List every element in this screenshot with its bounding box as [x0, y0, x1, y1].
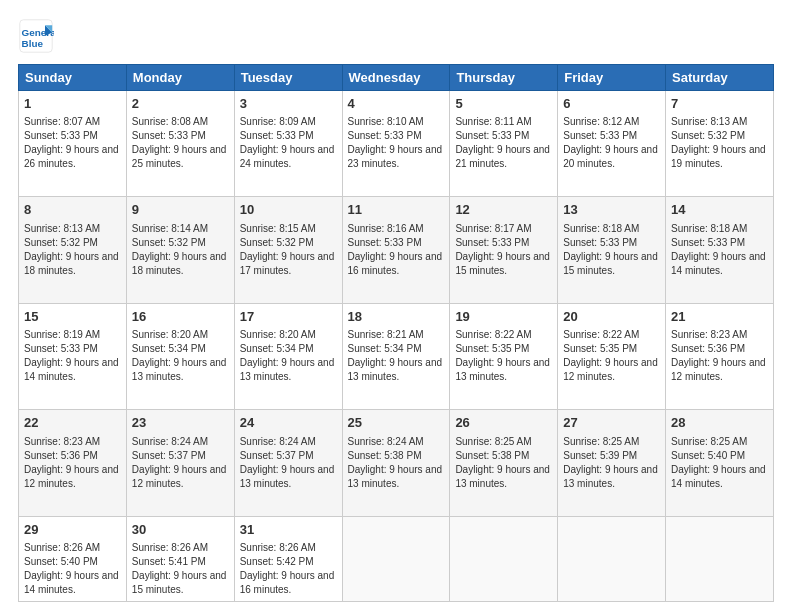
sunset: Sunset: 5:34 PM: [240, 343, 314, 354]
sunset: Sunset: 5:38 PM: [348, 450, 422, 461]
daylight: Daylight: 9 hours and 21 minutes.: [455, 144, 550, 169]
sunrise: Sunrise: 8:23 AM: [671, 329, 747, 340]
calendar-cell: 21 Sunrise: 8:23 AM Sunset: 5:36 PM Dayl…: [666, 303, 774, 409]
day-header-saturday: Saturday: [666, 65, 774, 91]
daylight: Daylight: 9 hours and 13 minutes.: [455, 357, 550, 382]
daylight: Daylight: 9 hours and 13 minutes.: [132, 357, 227, 382]
day-number: 1: [24, 95, 121, 113]
daylight: Daylight: 9 hours and 19 minutes.: [671, 144, 766, 169]
header: General Blue: [18, 18, 774, 54]
calendar-cell: 31 Sunrise: 8:26 AM Sunset: 5:42 PM Dayl…: [234, 516, 342, 601]
sunset: Sunset: 5:32 PM: [240, 237, 314, 248]
day-number: 10: [240, 201, 337, 219]
calendar-cell: 19 Sunrise: 8:22 AM Sunset: 5:35 PM Dayl…: [450, 303, 558, 409]
daylight: Daylight: 9 hours and 14 minutes.: [24, 570, 119, 595]
calendar-cell: 5 Sunrise: 8:11 AM Sunset: 5:33 PM Dayli…: [450, 91, 558, 197]
day-number: 5: [455, 95, 552, 113]
day-number: 26: [455, 414, 552, 432]
calendar-cell: 11 Sunrise: 8:16 AM Sunset: 5:33 PM Dayl…: [342, 197, 450, 303]
daylight: Daylight: 9 hours and 12 minutes.: [24, 464, 119, 489]
calendar-cell: 22 Sunrise: 8:23 AM Sunset: 5:36 PM Dayl…: [19, 410, 127, 516]
day-header-thursday: Thursday: [450, 65, 558, 91]
day-number: 21: [671, 308, 768, 326]
sunrise: Sunrise: 8:26 AM: [240, 542, 316, 553]
day-number: 16: [132, 308, 229, 326]
sunrise: Sunrise: 8:13 AM: [671, 116, 747, 127]
sunset: Sunset: 5:39 PM: [563, 450, 637, 461]
daylight: Daylight: 9 hours and 12 minutes.: [132, 464, 227, 489]
day-number: 22: [24, 414, 121, 432]
sunset: Sunset: 5:35 PM: [455, 343, 529, 354]
calendar-cell: 15 Sunrise: 8:19 AM Sunset: 5:33 PM Dayl…: [19, 303, 127, 409]
calendar-cell: 7 Sunrise: 8:13 AM Sunset: 5:32 PM Dayli…: [666, 91, 774, 197]
day-number: 14: [671, 201, 768, 219]
daylight: Daylight: 9 hours and 13 minutes.: [563, 464, 658, 489]
daylight: Daylight: 9 hours and 17 minutes.: [240, 251, 335, 276]
day-number: 17: [240, 308, 337, 326]
sunrise: Sunrise: 8:25 AM: [671, 436, 747, 447]
calendar-cell: 25 Sunrise: 8:24 AM Sunset: 5:38 PM Dayl…: [342, 410, 450, 516]
sunset: Sunset: 5:32 PM: [132, 237, 206, 248]
sunrise: Sunrise: 8:17 AM: [455, 223, 531, 234]
day-header-monday: Monday: [126, 65, 234, 91]
sunset: Sunset: 5:42 PM: [240, 556, 314, 567]
daylight: Daylight: 9 hours and 26 minutes.: [24, 144, 119, 169]
daylight: Daylight: 9 hours and 14 minutes.: [671, 251, 766, 276]
sunrise: Sunrise: 8:15 AM: [240, 223, 316, 234]
sunset: Sunset: 5:33 PM: [563, 237, 637, 248]
daylight: Daylight: 9 hours and 13 minutes.: [348, 464, 443, 489]
sunrise: Sunrise: 8:23 AM: [24, 436, 100, 447]
sunrise: Sunrise: 8:07 AM: [24, 116, 100, 127]
sunrise: Sunrise: 8:19 AM: [24, 329, 100, 340]
sunrise: Sunrise: 8:25 AM: [455, 436, 531, 447]
sunrise: Sunrise: 8:11 AM: [455, 116, 531, 127]
daylight: Daylight: 9 hours and 20 minutes.: [563, 144, 658, 169]
sunrise: Sunrise: 8:22 AM: [563, 329, 639, 340]
daylight: Daylight: 9 hours and 23 minutes.: [348, 144, 443, 169]
sunset: Sunset: 5:33 PM: [455, 237, 529, 248]
sunrise: Sunrise: 8:14 AM: [132, 223, 208, 234]
day-number: 24: [240, 414, 337, 432]
calendar-cell: 17 Sunrise: 8:20 AM Sunset: 5:34 PM Dayl…: [234, 303, 342, 409]
day-header-tuesday: Tuesday: [234, 65, 342, 91]
logo-icon: General Blue: [18, 18, 54, 54]
sunrise: Sunrise: 8:24 AM: [132, 436, 208, 447]
sunset: Sunset: 5:33 PM: [455, 130, 529, 141]
calendar-cell: 24 Sunrise: 8:24 AM Sunset: 5:37 PM Dayl…: [234, 410, 342, 516]
day-number: 28: [671, 414, 768, 432]
day-number: 13: [563, 201, 660, 219]
calendar-cell: 2 Sunrise: 8:08 AM Sunset: 5:33 PM Dayli…: [126, 91, 234, 197]
sunrise: Sunrise: 8:12 AM: [563, 116, 639, 127]
daylight: Daylight: 9 hours and 15 minutes.: [132, 570, 227, 595]
day-number: 29: [24, 521, 121, 539]
day-header-wednesday: Wednesday: [342, 65, 450, 91]
svg-text:Blue: Blue: [22, 38, 44, 49]
day-number: 3: [240, 95, 337, 113]
sunrise: Sunrise: 8:13 AM: [24, 223, 100, 234]
day-number: 20: [563, 308, 660, 326]
calendar-cell: 16 Sunrise: 8:20 AM Sunset: 5:34 PM Dayl…: [126, 303, 234, 409]
sunrise: Sunrise: 8:10 AM: [348, 116, 424, 127]
sunrise: Sunrise: 8:25 AM: [563, 436, 639, 447]
day-number: 9: [132, 201, 229, 219]
sunrise: Sunrise: 8:18 AM: [563, 223, 639, 234]
sunset: Sunset: 5:33 PM: [348, 130, 422, 141]
calendar-cell: 20 Sunrise: 8:22 AM Sunset: 5:35 PM Dayl…: [558, 303, 666, 409]
calendar-cell: 9 Sunrise: 8:14 AM Sunset: 5:32 PM Dayli…: [126, 197, 234, 303]
calendar-cell: 3 Sunrise: 8:09 AM Sunset: 5:33 PM Dayli…: [234, 91, 342, 197]
sunset: Sunset: 5:35 PM: [563, 343, 637, 354]
day-number: 4: [348, 95, 445, 113]
daylight: Daylight: 9 hours and 15 minutes.: [563, 251, 658, 276]
sunset: Sunset: 5:33 PM: [24, 130, 98, 141]
calendar-cell: 28 Sunrise: 8:25 AM Sunset: 5:40 PM Dayl…: [666, 410, 774, 516]
day-number: 12: [455, 201, 552, 219]
calendar-cell: 26 Sunrise: 8:25 AM Sunset: 5:38 PM Dayl…: [450, 410, 558, 516]
daylight: Daylight: 9 hours and 13 minutes.: [348, 357, 443, 382]
day-number: 15: [24, 308, 121, 326]
calendar-cell: [450, 516, 558, 601]
calendar-cell: 30 Sunrise: 8:26 AM Sunset: 5:41 PM Dayl…: [126, 516, 234, 601]
sunrise: Sunrise: 8:08 AM: [132, 116, 208, 127]
sunset: Sunset: 5:32 PM: [671, 130, 745, 141]
calendar-cell: 13 Sunrise: 8:18 AM Sunset: 5:33 PM Dayl…: [558, 197, 666, 303]
sunset: Sunset: 5:38 PM: [455, 450, 529, 461]
